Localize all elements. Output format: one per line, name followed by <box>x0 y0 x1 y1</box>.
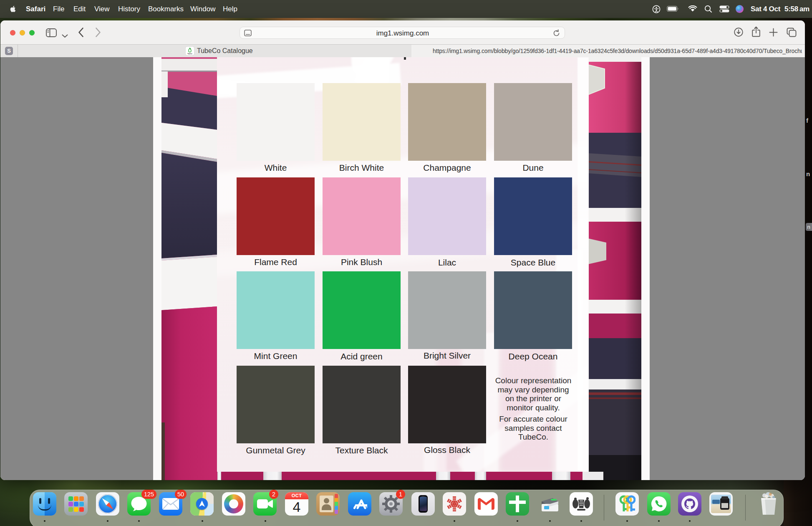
svg-text:TubeCo: TubeCo <box>187 53 192 55</box>
